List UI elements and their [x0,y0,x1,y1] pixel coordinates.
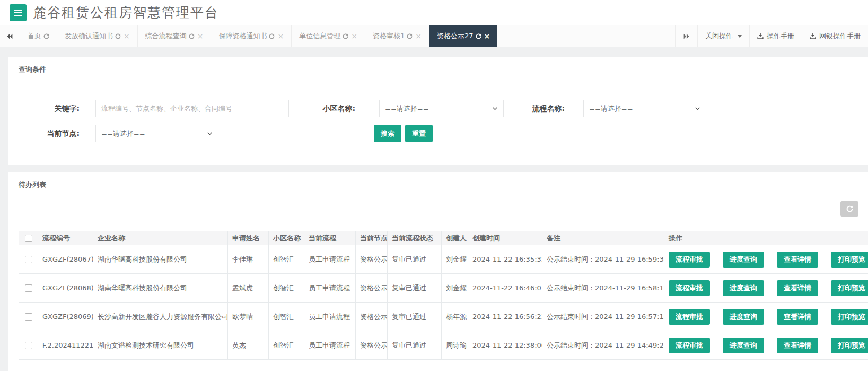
row-checkbox[interactable] [25,256,32,263]
column-header: 申请姓名 [228,231,269,245]
tab-refresh-icon[interactable] [189,33,195,39]
cell-actions: 流程审批进度查询查看详情打印预览 [664,274,868,303]
row-check-cell [19,331,38,360]
row-action-button[interactable]: 进度查询 [723,280,764,296]
row-action-button[interactable]: 流程审批 [669,309,710,325]
cell-created-time: 2024-11-22 16:56:23 [468,303,542,331]
tab-refresh-icon[interactable] [43,33,49,39]
cell-remark: 公示结束时间：2024-11-29 14:49:27 [542,331,664,360]
community-select-value: ==请选择== [385,104,429,114]
row-action-button[interactable]: 查看详情 [777,309,818,325]
row-action-button[interactable]: 进度查询 [723,338,764,353]
tab[interactable]: 发放确认通知书 × [57,25,138,47]
column-header: 当前节点 [356,231,388,245]
ebank-manual-download-button[interactable]: 网银操作手册 [802,25,868,47]
column-header: 备注 [542,231,664,245]
tab-close-icon[interactable]: × [197,32,204,40]
tab[interactable]: 单位信息管理 × [292,25,365,47]
row-checkbox[interactable] [25,284,32,292]
cell-process-status: 复审已通过 [388,245,442,274]
tab-refresh-icon[interactable] [269,33,275,39]
row-action-button[interactable]: 进度查询 [723,252,764,268]
cell-current-process: 员工申请流程 [304,303,356,331]
cell-applicant-name: 李佳琳 [228,245,269,274]
row-action-button[interactable]: 查看详情 [777,338,818,353]
table-header-row: 流程编号企业名称申请姓名小区名称当前流程当前节点当前流程状态创建人创建时间备注操… [19,231,868,245]
row-action-button[interactable]: 查看详情 [777,252,818,268]
cell-process-code: GXGZF(28068) [38,274,93,303]
column-header: 小区名称 [269,231,304,245]
table-row: GXGZF(28069) 长沙高新开发区麓谷人力资源服务有限公司 欧梦晴 创智汇… [19,303,868,331]
tab-close-icon[interactable]: × [351,32,357,40]
row-checkbox[interactable] [25,342,32,349]
cell-company-name: 湖南文谱检测技术研究有限公司 [93,331,228,360]
manual-label: 操作手册 [767,31,794,41]
cell-current-node: 资格公示 [356,245,388,274]
current-node-select-value: ==请选择== [101,129,145,139]
row-action-button[interactable]: 流程审批 [669,252,710,268]
current-node-select[interactable]: ==请选择== [95,125,218,142]
select-all-checkbox[interactable] [25,235,32,242]
tab[interactable]: 保障资格通知书 × [211,25,292,47]
tabbar: 首页 × 发放确认通知书 × 综合流程查询 × [0,25,868,47]
menu-toggle-button[interactable] [10,4,27,21]
cell-actions: 流程审批进度查询查看详情打印预览 [664,331,868,360]
content: 查询条件 关键字: 小区名称: ==请选择== 流程名称: ==请选择== [0,47,868,371]
tabs-scroll-right-button[interactable] [675,25,697,47]
cell-current-node: 资格公示 [356,303,388,331]
cell-remark: 公示结束时间：2024-11-29 16:57:15 [542,303,664,331]
app-title: 麓谷租赁公租房智慧管理平台 [33,4,219,21]
process-name-select[interactable]: ==请选择== [583,100,706,117]
cell-community-name: 创智汇 [269,303,304,331]
row-action-button[interactable]: 打印预览 [831,309,868,325]
row-action-button[interactable]: 流程审批 [669,280,710,296]
tabs: 首页 × 发放确认通知书 × 综合流程查询 × [20,25,497,47]
chevron-down-icon [695,106,700,111]
close-operations-label: 关闭操作 [705,31,733,41]
column-header: 企业名称 [93,231,228,245]
community-select[interactable]: ==请选择== [379,100,504,117]
row-checkbox[interactable] [25,313,32,321]
row-action-button[interactable]: 打印预览 [831,338,868,353]
community-label: 小区名称: [284,100,355,117]
tab[interactable]: 首页 × [20,25,57,47]
column-header: 当前流程 [304,231,356,245]
row-action-button[interactable]: 打印预览 [831,252,868,268]
tab-close-icon[interactable]: × [277,32,284,40]
row-action-button[interactable]: 流程审批 [669,338,710,353]
tab-close-icon[interactable]: × [124,32,130,40]
row-action-button[interactable]: 查看详情 [777,280,818,296]
row-actions: 流程审批进度查询查看详情打印预览 [669,280,868,296]
tab-refresh-icon[interactable] [476,33,481,39]
tab[interactable]: 综合流程查询 × [138,25,212,47]
row-action-button[interactable]: 进度查询 [723,309,764,325]
manual-download-button[interactable]: 操作手册 [749,25,802,47]
reset-button[interactable]: 重置 [405,125,433,142]
table-body: GXGZF(28067) 湖南华曙高科技股份有限公司 李佳琳 创智汇 员工申请流… [19,245,868,360]
cell-creator: 刘金耀 [442,274,468,303]
search-button[interactable]: 搜索 [374,125,401,142]
cell-company-name: 湖南华曙高科技股份有限公司 [93,245,228,274]
cell-created-time: 2024-11-22 12:38:00 [468,331,542,360]
row-action-button[interactable]: 打印预览 [831,280,868,296]
cell-remark: 公示结束时间：2024-11-29 16:59:30 [542,245,664,274]
tabbar-right: 关闭操作 操作手册 网银操作手册 [675,25,868,47]
query-panel: 查询条件 关键字: 小区名称: ==请选择== 流程名称: ==请选择== [8,57,868,165]
cell-community-name: 创智汇 [269,274,304,303]
tab-close-icon[interactable]: × [415,32,422,40]
tabs-scroll-left-button[interactable] [0,25,20,47]
tab[interactable]: 资格审核1 × [365,25,429,47]
refresh-table-button[interactable] [840,201,858,217]
cell-creator: 刘金耀 [442,245,468,274]
cell-created-time: 2024-11-22 16:46:07 [468,274,542,303]
tab-refresh-icon[interactable] [115,33,121,39]
tab-refresh-icon[interactable] [407,33,413,39]
column-header: 流程编号 [38,231,93,245]
close-operations-dropdown[interactable]: 关闭操作 [697,25,749,47]
tab-close-icon[interactable]: × [484,32,490,40]
keyword-input[interactable] [95,100,289,117]
tab-refresh-icon[interactable] [343,33,348,39]
select-all-cell [19,231,38,245]
cell-current-process: 员工申请流程 [304,274,356,303]
tab[interactable]: 资格公示27 × [429,25,497,47]
